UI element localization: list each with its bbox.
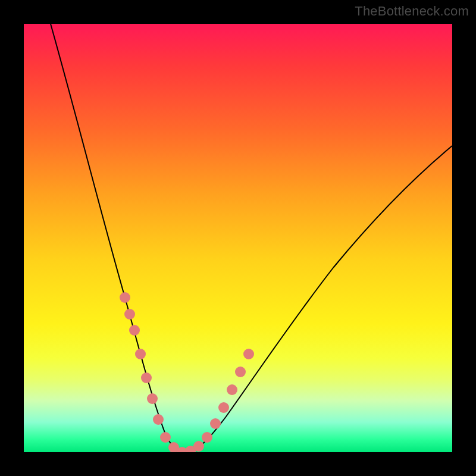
marker-dot (153, 414, 164, 425)
marker-dots-group (120, 292, 254, 452)
watermark-text: TheBottleneck.com (355, 4, 469, 19)
marker-dot (147, 393, 158, 404)
marker-dot (124, 309, 135, 320)
marker-dot (129, 325, 140, 336)
curve-layer (24, 24, 452, 452)
marker-dot (160, 432, 171, 443)
marker-dot (120, 292, 130, 303)
marker-dot (227, 384, 237, 395)
marker-dot (135, 349, 146, 359)
marker-dot (210, 418, 221, 429)
curve-left-branch (51, 24, 186, 452)
marker-dot (235, 367, 246, 377)
marker-dot (141, 372, 152, 383)
marker-dot (243, 349, 254, 359)
marker-dot (218, 402, 229, 413)
marker-dot (193, 441, 204, 452)
plot-area (24, 24, 452, 452)
chart-frame: TheBottleneck.com (0, 0, 476, 476)
marker-dot (202, 432, 212, 443)
